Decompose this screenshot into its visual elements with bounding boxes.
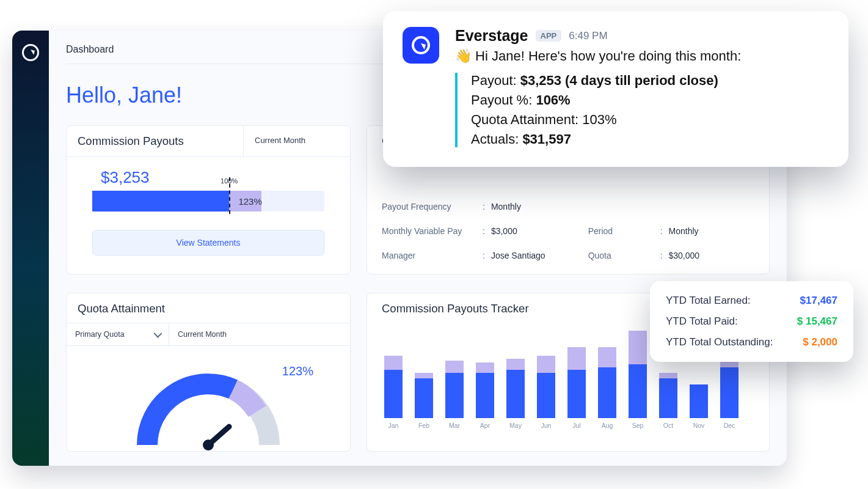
tracker-bar: Feb [415,373,433,429]
tracker-month-label: Apr [480,422,490,429]
tracker-month-label: Oct [663,422,673,429]
detail-row: Payout Frequency:Monthly [382,202,545,211]
quota-period-select[interactable]: Current Month [169,323,350,345]
tracker-month-label: Jan [388,422,399,429]
tracker-bar: Oct [659,373,677,429]
chevron-down-icon [153,329,162,338]
tracker-bar: Nov [690,384,708,430]
detail-row: Period:Monthly [588,226,700,236]
tracker-bar: Jun [537,356,555,429]
quota-type-select[interactable]: Primary Quota [67,323,169,345]
everstage-logo-icon [22,44,39,61]
tracker-month-label: Feb [418,422,429,429]
tracker-month-label: Sep [632,422,644,429]
tracker-month-label: Jul [572,422,580,429]
tracker-bar: Apr [476,362,494,429]
view-statements-button[interactable]: View Statements [92,230,324,256]
tracker-bar: Dec [720,350,739,429]
svg-line-1 [208,427,229,445]
quota-select-label: Primary Quota [75,330,125,339]
slack-app-badge: APP [536,30,562,42]
ytd-summary-card: YTD Total Earned: $17,467 YTD Total Paid… [650,281,853,362]
detail-row: Quota:$30,000 [588,251,700,260]
everstage-app-icon [403,27,439,64]
slack-metrics-block: Payout: $3,253 (4 days till period close… [455,73,828,147]
tracker-bar: Mar [445,361,464,429]
slack-timestamp: 6:49 PM [569,30,607,42]
commission-payouts-card: Commission Payouts Current Month $3,253 … [66,125,351,274]
details-right-column: Period:Monthly Quota:$30,000 [588,226,700,260]
tracker-bar: May [506,359,525,429]
tracker-month-label: Aug [602,422,613,429]
detail-row: Monthly Variable Pay:$3,000 [382,226,545,236]
tracker-bar: Sep [629,331,647,429]
quota-card-title: Quota Attainment [67,293,350,323]
tracker-bar: Jan [384,356,403,429]
slack-app-name: Everstage [455,27,528,45]
tracker-month-label: Nov [693,422,705,429]
quota-attainment-card: Quota Attainment Primary Quota Current M… [66,293,351,452]
slack-greeting-line: 👋 Hi Jane! Here's how you're doing this … [455,48,828,64]
tracker-month-label: Mar [449,422,460,429]
commission-period-select[interactable]: Current Month [243,126,350,156]
tracker-month-label: Dec [724,422,735,429]
tracker-bar: Jul [567,347,586,429]
tracker-bar: Aug [598,347,616,429]
tracker-month-label: May [509,422,522,429]
commission-percent: 123% [238,196,261,207]
tracker-month-label: Jun [541,422,552,429]
details-left-column: Payout Frequency:Monthly Monthly Variabl… [382,202,545,260]
ytd-row: YTD Total Earned: $17,467 [666,295,837,307]
slack-notification-card: Everstage APP 6:49 PM 👋 Hi Jane! Here's … [383,11,848,167]
detail-row: Manager:Jose Santiago [382,251,545,260]
ytd-row: YTD Total Outstanding: $ 2,000 [666,336,837,348]
nav-rail [12,31,49,466]
commission-amount: $3,253 [101,168,324,187]
commission-card-title: Commission Payouts [67,126,243,156]
ytd-row: YTD Total Paid: $ 15,467 [666,315,837,328]
commission-progress-bar: 100% 123% [92,191,324,211]
quota-gauge-chart [129,366,288,451]
